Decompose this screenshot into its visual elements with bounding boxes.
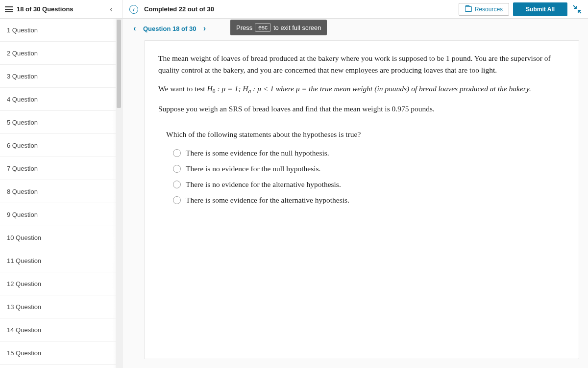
option-2[interactable]: There is no evidence for the null hypoth… — [173, 163, 559, 175]
option-3[interactable]: There is no evidence for the alternative… — [173, 179, 559, 190]
info-icon[interactable]: i — [129, 5, 138, 14]
question-subnav: ‹ Question 18 of 30 › Press esc to exit … — [122, 19, 588, 38]
sidebar-header: 18 of 30 Questions ‹ — [0, 0, 122, 19]
question-position: 18 of 30 Questions — [17, 5, 74, 13]
sidebar-item-q8[interactable]: 8 Question — [0, 180, 122, 203]
question-sidebar: 1 Question 2 Question 3 Question 4 Quest… — [0, 19, 122, 368]
sidebar-item-q12[interactable]: 12 Question — [0, 272, 122, 295]
menu-icon[interactable] — [5, 6, 13, 12]
sidebar-item-q1[interactable]: 1 Question — [0, 19, 122, 42]
sidebar-item-q6[interactable]: 6 Question — [0, 134, 122, 157]
esc-key-hint: esc — [255, 23, 271, 32]
resources-button[interactable]: Resources — [459, 3, 509, 16]
fullscreen-esc-banner: Press esc to exit full screen — [230, 20, 327, 35]
radio-icon[interactable] — [173, 181, 181, 188]
sidebar-item-q3[interactable]: 3 Question — [0, 65, 122, 88]
sidebar-item-q9[interactable]: 9 Question — [0, 203, 122, 226]
question-content: The mean weight of loaves of bread produ… — [144, 40, 579, 359]
option-label: There is some evidence for the alternati… — [186, 194, 349, 206]
sidebar-item-q11[interactable]: 11 Question — [0, 249, 122, 272]
sidebar-item-q14[interactable]: 14 Question — [0, 318, 122, 342]
exit-fullscreen-icon[interactable] — [572, 4, 582, 14]
sidebar-item-q5[interactable]: 5 Question — [0, 111, 122, 134]
next-question-chevron[interactable]: › — [199, 24, 210, 33]
sidebar-item-q16[interactable]: 16 Question — [0, 365, 122, 368]
radio-icon[interactable] — [173, 165, 181, 173]
radio-icon[interactable] — [173, 196, 181, 204]
completed-status: Completed 22 out of 30 — [144, 5, 214, 13]
sidebar-item-q10[interactable]: 10 Question — [0, 226, 122, 249]
sidebar-item-q13[interactable]: 13 Question — [0, 295, 122, 318]
sidebar-item-q2[interactable]: 2 Question — [0, 42, 122, 65]
option-label: There is no evidence for the null hypoth… — [186, 163, 320, 175]
current-question-label: Question 18 of 30 — [143, 25, 196, 32]
sidebar-scroll-thumb[interactable] — [117, 20, 121, 108]
main-header: i Completed 22 out of 30 Resources Submi… — [122, 0, 588, 19]
question-prompt: Which of the following statements about … — [166, 129, 559, 140]
option-4[interactable]: There is some evidence for the alternati… — [173, 194, 559, 206]
sidebar-item-q15[interactable]: 15 Question — [0, 342, 122, 365]
option-label: There is some evidence for the null hypo… — [186, 147, 329, 159]
question-para-2: We want to test H0 : μ = 1; Ha : μ < 1 w… — [158, 83, 559, 96]
answer-options: There is some evidence for the null hypo… — [173, 147, 559, 206]
collapse-sidebar-chevron[interactable]: ‹ — [105, 5, 117, 14]
question-para-3: Suppose you weigh an SRS of bread loaves… — [158, 103, 559, 115]
question-para-1: The mean weight of loaves of bread produ… — [158, 53, 559, 76]
main-panel: i Completed 22 out of 30 Resources Submi… — [122, 0, 588, 368]
option-label: There is no evidence for the alternative… — [186, 179, 341, 190]
radio-icon[interactable] — [173, 149, 181, 157]
prev-question-chevron[interactable]: ‹ — [129, 24, 140, 33]
option-1[interactable]: There is some evidence for the null hypo… — [173, 147, 559, 159]
folder-icon — [465, 6, 472, 12]
sidebar-scrollbar[interactable] — [116, 19, 122, 368]
sidebar-item-q7[interactable]: 7 Question — [0, 157, 122, 180]
sidebar-item-q4[interactable]: 4 Question — [0, 88, 122, 111]
submit-all-button[interactable]: Submit All — [513, 2, 567, 16]
